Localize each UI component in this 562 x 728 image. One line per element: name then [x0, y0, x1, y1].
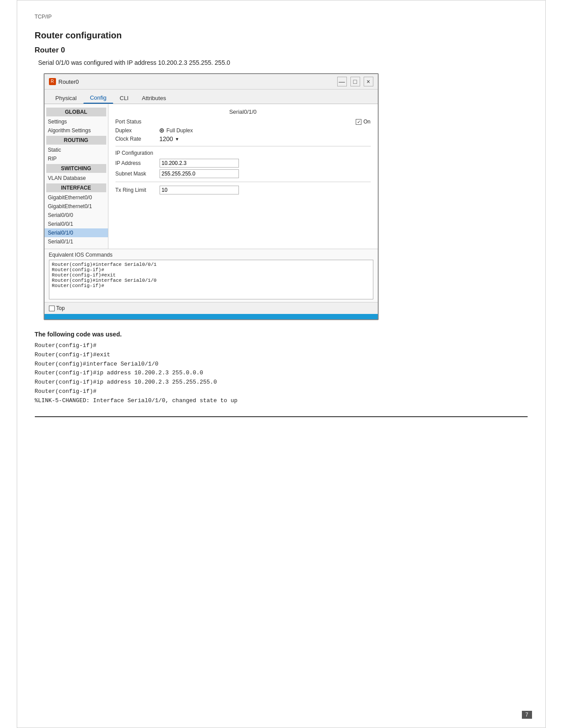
code-line-2: Router(config)#interface Serial0/1/0 — [35, 360, 528, 369]
clock-rate-value: 1200 — [160, 135, 173, 142]
maximize-button[interactable]: □ — [350, 77, 360, 86]
code-line-1: Router(config-if)#exit — [35, 351, 528, 360]
window-bottom: Top — [45, 302, 378, 314]
port-status-label: Port Status — [115, 119, 160, 125]
ios-line-0: Router(config)#interface Serial0/0/1 — [52, 262, 370, 267]
sidebar-global-label: GLOBAL — [46, 108, 106, 116]
ios-line-1: Router(config-if)# — [52, 267, 370, 273]
panel-header: Serial0/1/0 — [115, 108, 371, 115]
sidebar-item-settings[interactable]: Settings — [45, 117, 108, 126]
ip-config-label: IP Configuration — [115, 150, 371, 156]
page: TCP/IP Router configuration Router 0 Ser… — [17, 0, 546, 728]
sidebar-item-ge0-1[interactable]: GigabitEthernet0/1 — [45, 202, 108, 211]
window-body: GLOBAL Settings Algorithm Settings ROUTI… — [45, 104, 378, 249]
window-title-left: R Router0 — [49, 78, 79, 85]
tab-physical[interactable]: Physical — [49, 92, 83, 104]
duplex-label: Duplex — [115, 127, 160, 134]
top-checkbox-row: Top — [49, 305, 65, 311]
clock-rate-row: Clock Rate 1200 ▼ — [115, 135, 371, 142]
subnet-mask-label: Subnet Mask — [115, 171, 160, 177]
ios-line-2: Router(config-if)#exit — [52, 273, 370, 278]
duplex-row: Duplex Full Duplex — [115, 127, 371, 134]
dropdown-arrow-icon: ▼ — [175, 137, 179, 142]
code-block: Router(config-if)# Router(config-if)#exi… — [35, 341, 528, 406]
ios-commands-label: Equivalent IOS Commands — [49, 252, 373, 258]
tab-attributes[interactable]: Attributes — [135, 92, 173, 104]
subnet-mask-row: Subnet Mask — [115, 169, 371, 178]
sidebar-item-vlan-database[interactable]: VLAN Database — [45, 174, 108, 183]
on-checkbox[interactable]: ✓ — [356, 119, 361, 125]
description: Serial 0/1/0 was configured with IP addr… — [38, 59, 528, 66]
sidebar-item-serial0-0-1[interactable]: Serial0/0/1 — [45, 220, 108, 228]
window-title: Router0 — [59, 78, 79, 85]
top-label: Top — [56, 305, 65, 311]
sidebar-item-rip[interactable]: RIP — [45, 154, 108, 163]
ios-line-3: Router(config)#interface Serial0/1/0 — [52, 278, 370, 283]
ip-address-input[interactable] — [160, 159, 239, 168]
bottom-rule — [35, 416, 528, 417]
on-checkbox-row: ✓ On — [356, 119, 370, 125]
minimize-button[interactable]: — — [337, 77, 347, 86]
router-icon: R — [49, 78, 56, 85]
ip-address-row: IP Address — [115, 159, 371, 168]
page-number: 7 — [522, 711, 532, 719]
sidebar-switching-label: SWITCHING — [46, 164, 106, 173]
sidebar-item-serial0-0-0[interactable]: Serial0/0/0 — [45, 211, 108, 220]
tabs-row: Physical Config CLI Attributes — [45, 90, 378, 104]
tx-ring-input[interactable] — [160, 186, 239, 194]
tab-cli[interactable]: CLI — [113, 92, 135, 104]
router-window: R Router0 — □ × Physical Config CLI Attr… — [44, 73, 379, 320]
code-line-0: Router(config-if)# — [35, 341, 528, 351]
code-line-3: Router(config-if)#ip address 10.200.2.3 … — [35, 369, 528, 378]
subnet-mask-input[interactable] — [160, 169, 239, 178]
sidebar-item-serial0-1-0[interactable]: Serial0/1/0 — [45, 228, 108, 237]
sidebar-interface-label: INTERFACE — [46, 183, 106, 192]
sidebar-routing-label: ROUTING — [46, 136, 106, 145]
on-label: On — [363, 119, 370, 125]
sidebar-item-static[interactable]: Static — [45, 146, 108, 154]
right-panel: Serial0/1/0 Port Status ✓ On Duplex Full… — [108, 104, 378, 249]
ios-commands-box: Router(config)#interface Serial0/0/1 Rou… — [49, 260, 373, 299]
clock-rate-dropdown[interactable]: 1200 ▼ — [160, 135, 179, 142]
window-footer-bar — [45, 314, 378, 319]
window-controls: — □ × — [337, 77, 373, 86]
duplex-value: Full Duplex — [160, 127, 193, 134]
sidebar-item-serial0-1-1[interactable]: Serial0/1/1 — [45, 237, 108, 246]
sidebar-item-ge0-0[interactable]: GigabitEthernet0/0 — [45, 193, 108, 202]
code-line-4: Router(config-if)#ip address 10.200.2.3 … — [35, 378, 528, 387]
duplex-text: Full Duplex — [167, 127, 193, 134]
port-status-row: Port Status ✓ On — [115, 119, 371, 125]
section-title: Router configuration — [35, 30, 528, 41]
tab-config[interactable]: Config — [83, 92, 113, 104]
top-checkbox[interactable] — [49, 306, 55, 311]
sidebar-item-algorithm-settings[interactable]: Algorithm Settings — [45, 126, 108, 135]
bottom-content: The following code was used. Router(conf… — [35, 331, 528, 406]
clock-rate-label: Clock Rate — [115, 136, 160, 142]
tx-ring-label: Tx Ring Limit — [115, 187, 160, 193]
ios-commands-section: Equivalent IOS Commands Router(config)#i… — [45, 249, 378, 302]
separator-1 — [115, 146, 371, 146]
code-line-6: %LINK-5-CHANGED: Interface Serial0/1/0, … — [35, 396, 528, 406]
breadcrumb: TCP/IP — [35, 14, 528, 20]
separator-2 — [115, 182, 371, 182]
tx-ring-row: Tx Ring Limit — [115, 186, 371, 194]
duplex-radio[interactable] — [160, 128, 164, 133]
close-button[interactable]: × — [364, 77, 373, 86]
ip-address-label: IP Address — [115, 160, 160, 166]
sidebar: GLOBAL Settings Algorithm Settings ROUTI… — [45, 104, 108, 249]
bottom-bold-label: The following code was used. — [35, 331, 528, 338]
window-titlebar: R Router0 — □ × — [45, 74, 378, 90]
code-line-5: Router(config-if)# — [35, 387, 528, 396]
ios-line-4: Router(config-if)# — [52, 283, 370, 288]
sub-title: Router 0 — [35, 46, 528, 55]
